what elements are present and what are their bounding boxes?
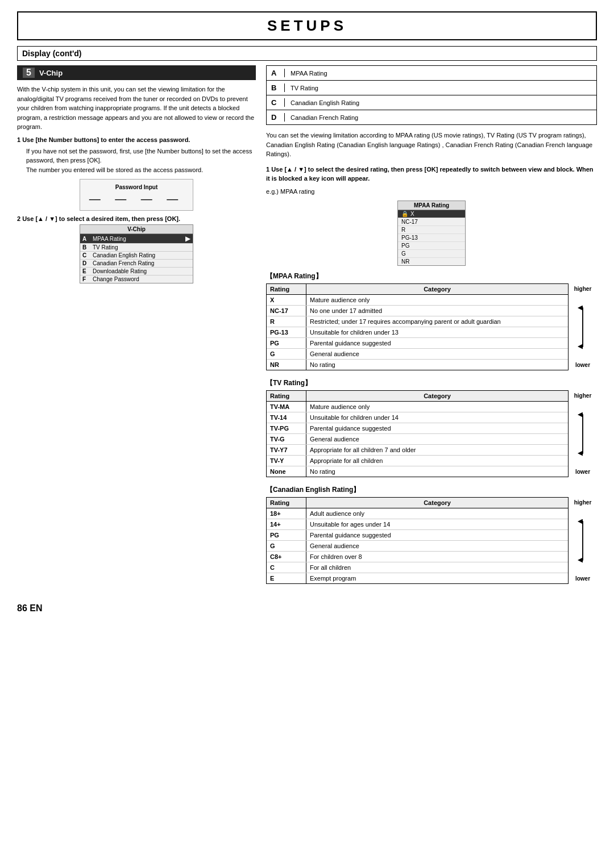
abcd-table: A MPAA Rating B TV Rating C Canadian Eng… — [266, 65, 597, 125]
right-description: You can set the viewing limitation accor… — [266, 131, 597, 159]
mpaa-row-nc17: NC-17 No one under 17 admitted — [267, 306, 568, 316]
mpaa-rating-nc17: NC-17 — [267, 306, 306, 316]
tv-category-pg: Parental guidance suggested — [306, 423, 568, 433]
tv-category-y: Appropriate for all children — [306, 456, 568, 466]
vchip-letter-a: A — [82, 236, 90, 242]
mpaa-row-pg13: PG-13 Unsuitable for children under 13 — [267, 327, 568, 338]
ce-arrow-svg — [577, 518, 588, 564]
mpaa-higher-label: higher — [574, 286, 592, 292]
tv-row-ma: TV-MA Mature audience only — [267, 402, 568, 412]
vchip-row-a[interactable]: A MPAA Rating ▶ — [80, 234, 193, 244]
mpaa-lower-label: lower — [575, 362, 590, 368]
ce-row-14: 14+ Unsuitable for ages under 14 — [267, 519, 568, 530]
mpaa-category-x: Mature audience only — [306, 295, 568, 305]
ce-category-c8: For children over 8 — [306, 552, 568, 562]
ce-category-18: Adult audience only — [306, 508, 568, 519]
mpaa-row-g: G General audience — [267, 349, 568, 360]
tv-rating-g: TV-G — [267, 434, 306, 444]
tv-category-g: General audience — [306, 434, 568, 444]
abcd-row-b: B TV Rating — [267, 81, 596, 95]
vchip-row-e[interactable]: E Downloadable Rating — [80, 268, 193, 276]
tv-category-y7: Appropriate for all children 7 and older — [306, 445, 568, 455]
mpaa-example-nr: NR — [398, 258, 465, 265]
vchip-menu-box: V-Chip A MPAA Rating ▶ B TV Rating C Can… — [80, 224, 193, 283]
ce-rating-c: C — [267, 562, 306, 573]
tv-row-14: TV-14 Unsuitable for children under 14 — [267, 412, 568, 423]
mpaa-example-r: R — [398, 226, 465, 234]
vchip-letter-f: F — [82, 276, 90, 282]
abcd-row-a: A MPAA Rating — [267, 66, 596, 81]
ce-category-14: Unsuitable for ages under 14 — [306, 519, 568, 529]
ce-higher-label: higher — [574, 499, 592, 506]
vchip-menu-title: V-Chip — [80, 225, 193, 234]
password-label: Password Input — [87, 184, 186, 190]
vchip-letter-d: D — [82, 260, 90, 266]
tv-category-ma: Mature audience only — [306, 402, 568, 412]
section-header: Display (cont'd) — [17, 46, 597, 61]
abcd-row-c: C Canadian English Rating — [267, 95, 596, 110]
abcd-label-b: TV Rating — [291, 85, 318, 91]
mpaa-rating-table: Rating Category X Mature audience only N… — [266, 283, 569, 370]
vchip-row-b[interactable]: B TV Rating — [80, 244, 193, 252]
ce-category-g: General audience — [306, 541, 568, 551]
abcd-label-c: Canadian English Rating — [291, 99, 359, 106]
vchip-arrow-a: ▶ — [185, 235, 190, 243]
tv-col-category: Category — [306, 391, 568, 401]
ce-rating-18: 18+ — [267, 508, 306, 519]
tv-rating-y7: TV-Y7 — [267, 445, 306, 455]
mpaa-section-title: 【MPAA Rating】 — [266, 272, 597, 281]
mpaa-category-r: Restricted; under 17 requires accompanyi… — [306, 316, 568, 327]
step5-title: V-Chip — [39, 69, 63, 77]
tv-row-pg: TV-PG Parental guidance suggested — [267, 423, 568, 434]
step5-number: 5 — [23, 68, 35, 78]
page-title: SETUPS — [17, 11, 597, 40]
mpaa-example-pg13: PG-13 — [398, 234, 465, 242]
mpaa-row-r: R Restricted; under 17 requires accompan… — [267, 316, 568, 327]
ce-rating-c8: C8+ — [267, 552, 306, 562]
step1-instruction: 1 Use [the Number buttons] to enter the … — [17, 136, 256, 143]
ce-row-18: 18+ Adult audience only — [267, 508, 568, 519]
abcd-letter-c: C — [271, 98, 285, 107]
vchip-row-f[interactable]: F Change Password — [80, 276, 193, 283]
mpaa-rating-pg: PG — [267, 338, 306, 348]
tv-col-rating: Rating — [267, 391, 306, 401]
mpaa-arrow-svg — [577, 304, 588, 350]
ce-category-c: For all children — [306, 562, 568, 573]
canadian-english-rating-section: 【Canadian English Rating】 Rating Categor… — [266, 485, 597, 584]
vchip-label-e: Downloadable Rating — [93, 268, 147, 274]
mpaa-rating-x: X — [267, 295, 306, 305]
abcd-letter-b: B — [271, 84, 285, 92]
mpaa-example-row-locked: 🔒 X — [398, 210, 465, 218]
ce-row-g: G General audience — [267, 541, 568, 552]
ce-rating-pg: PG — [267, 530, 306, 540]
tv-row-g: TV-G General audience — [267, 434, 568, 445]
canadian-english-section-title: 【Canadian English Rating】 — [266, 485, 597, 495]
tv-rating-table: Rating Category TV-MA Mature audience on… — [266, 390, 569, 477]
vchip-description: With the V-chip system in this unit, you… — [17, 85, 256, 132]
mpaa-rating-g: G — [267, 349, 306, 359]
ce-row-e: E Exempt program — [267, 573, 568, 583]
page-number: 86 EN — [17, 603, 597, 614]
canadian-english-rating-table: Rating Category 18+ Adult audience only … — [266, 497, 569, 584]
tv-lower-label: lower — [575, 469, 590, 475]
mpaa-example-title: MPAA Rating — [398, 201, 465, 210]
mpaa-rating-pg13: PG-13 — [267, 327, 306, 337]
vchip-row-c[interactable]: C Canadian English Rating — [80, 252, 193, 260]
abcd-label-a: MPAA Rating — [291, 70, 327, 77]
mpaa-example-x: X — [410, 211, 414, 217]
vchip-letter-c: C — [82, 252, 90, 258]
abcd-row-d: D Canadian French Rating — [267, 110, 596, 124]
step1-body: If you have not set the password, first,… — [26, 147, 256, 175]
vchip-letter-b: B — [82, 244, 90, 251]
example-label: e.g.) MPAA rating — [266, 187, 597, 197]
lock-icon: 🔒 — [401, 211, 408, 217]
mpaa-category-nr: No rating — [306, 360, 568, 370]
right-instruction: 1 Use [▲ / ▼] to select the desired rati… — [266, 165, 597, 183]
tv-rating-pg: TV-PG — [267, 423, 306, 433]
tv-rating-none: None — [267, 466, 306, 477]
abcd-letter-d: D — [271, 113, 285, 122]
tv-row-y7: TV-Y7 Appropriate for all children 7 and… — [267, 445, 568, 456]
vchip-row-d[interactable]: D Canadian French Rating — [80, 260, 193, 268]
ce-rating-e: E — [267, 573, 306, 583]
mpaa-example-nc17: NC-17 — [398, 218, 465, 226]
